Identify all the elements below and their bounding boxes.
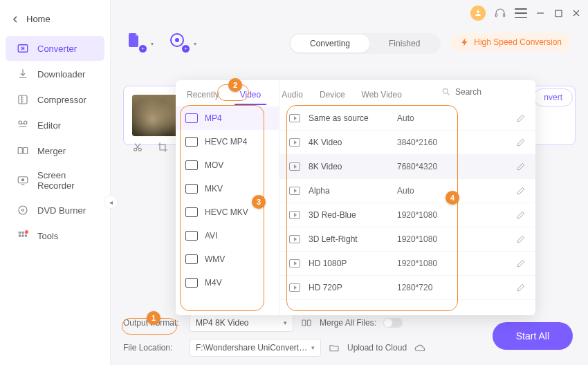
compressor-icon [17,93,29,106]
popup-tabs: Recently Video Audio Device Web Video [185,86,403,105]
file-location-select[interactable]: F:\Wondershare UniConverter 1 ▾ [190,339,321,357]
back-label: Home [26,14,50,24]
chevron-down-icon: ▾ [284,319,287,326]
svg-point-24 [176,39,178,41]
cloud-label: Upload to Cloud [347,343,407,353]
svg-point-14 [22,179,24,181]
svg-point-27 [443,88,448,93]
sidebar-item-converter[interactable]: Converter [6,36,104,61]
preset-row[interactable]: 4K Video3840*2160 [279,131,535,155]
search-input[interactable] [455,87,504,97]
annotation-2: 2 [228,78,242,92]
sidebar-item-label: Screen Recorder [37,170,93,191]
chevron-down-icon[interactable]: ▾ [194,41,196,47]
sidebar-item-label: Tools [37,231,58,241]
popup-search [441,87,504,97]
sidebar: Home Converter Downloader Compressor Edi… [0,0,111,365]
preset-row[interactable]: AlphaAuto [279,179,535,203]
svg-point-22 [25,235,26,236]
sidebar-item-label: Converter [37,44,77,54]
svg-point-16 [22,209,24,212]
format-item-hevc-mp4[interactable]: HEVC MP4 [176,130,279,153]
sidebar-item-screen-recorder[interactable]: Screen Recorder [6,164,104,197]
cloud-icon[interactable] [414,343,426,353]
high-speed-badge[interactable]: High Speed Conversion [450,33,571,51]
convert-button[interactable]: nvert [533,88,573,106]
svg-point-17 [19,232,20,233]
seg-converting[interactable]: Converting [291,35,369,53]
format-item-mp4[interactable]: MP4 [176,106,279,130]
svg-point-20 [19,235,20,236]
sidebar-item-tools[interactable]: Tools [6,223,104,248]
converter-icon [17,42,29,55]
edit-icon[interactable] [516,210,526,220]
trim-icon[interactable] [132,142,143,153]
sidebar-item-compressor[interactable]: Compressor [6,87,104,112]
segmented-control: Converting Finished [289,33,441,54]
dvd-icon [17,204,29,216]
format-item-wmv[interactable]: WMV [176,247,279,271]
edit-icon[interactable] [516,138,526,147]
preset-row[interactable]: HD 720P1280*720 [279,276,535,300]
svg-rect-29 [307,320,311,326]
sidebar-item-merger[interactable]: Merger [6,138,104,163]
preset-row[interactable]: 3D Left-Right1920*1080 [279,227,535,252]
chevron-down-icon: ▾ [311,344,315,351]
file-location-label: File Location: [123,343,183,353]
edit-icon[interactable] [516,234,526,244]
seg-finished[interactable]: Finished [369,35,439,53]
sidebar-item-label: Downloader [37,69,85,79]
svg-rect-28 [302,320,306,326]
svg-point-21 [22,235,24,236]
merger-icon [17,144,29,157]
format-item-avi[interactable]: AVI [176,224,279,247]
sidebar-item-downloader[interactable]: Downloader [6,62,104,86]
editor-icon [17,119,29,131]
edit-icon[interactable] [516,186,526,196]
edit-icon[interactable] [516,162,526,171]
folder-icon[interactable] [328,342,340,353]
output-format-select[interactable]: MP4 8K Video ▾ [190,314,293,332]
edit-icon[interactable] [516,259,526,268]
svg-point-18 [22,232,24,233]
tab-device[interactable]: Device [318,86,347,105]
tab-recently[interactable]: Recently [185,86,221,105]
edit-icon[interactable] [516,283,526,292]
merge-icon [300,317,313,328]
annotation-3: 3 [252,195,266,209]
preset-row[interactable]: HD 1080P1920*1080 [279,252,535,276]
edit-icon[interactable] [516,113,526,123]
format-item-m4v[interactable]: M4V [176,271,279,294]
preset-row[interactable]: 8K Video7680*4320 [279,155,535,179]
high-speed-label: High Speed Conversion [474,37,562,47]
svg-rect-12 [24,148,28,154]
search-icon [441,87,451,97]
preset-row[interactable]: Same as sourceAuto [279,106,535,131]
sidebar-item-dvd-burner[interactable]: DVD Burner [6,198,104,223]
format-popup: MP4 HEVC MP4 MOV MKV HEVC MKV AVI WMV M4… [176,80,535,315]
preset-list: Same as sourceAuto 4K Video3840*2160 8K … [279,80,535,315]
tab-web-video[interactable]: Web Video [360,86,403,105]
sidebar-item-label: Compressor [37,95,86,105]
merge-toggle[interactable] [383,318,403,328]
start-all-button[interactable]: Start All [493,322,573,350]
sidebar-item-label: DVD Burner [37,205,86,216]
svg-point-15 [19,206,27,214]
merge-label: Merge All Files: [320,318,376,328]
downloader-icon [17,68,29,80]
svg-rect-11 [18,148,22,154]
add-disc-button[interactable]: + [166,29,188,51]
format-item-mov[interactable]: MOV [176,153,279,177]
back-home[interactable]: Home [0,7,110,35]
screen-recorder-icon [17,174,29,187]
add-file-button[interactable]: + [123,29,145,51]
annotation-1: 1 [147,311,160,325]
sidebar-item-label: Merger [37,146,66,156]
preset-row[interactable]: 3D Red-Blue1920*1080 [279,203,535,227]
annotation-4: 4 [445,191,459,205]
sidebar-item-label: Editor [37,120,61,131]
tab-audio[interactable]: Audio [280,86,304,105]
chevron-down-icon[interactable]: ▾ [151,41,154,47]
crop-icon[interactable] [157,142,168,153]
sidebar-item-editor[interactable]: Editor [6,113,104,138]
